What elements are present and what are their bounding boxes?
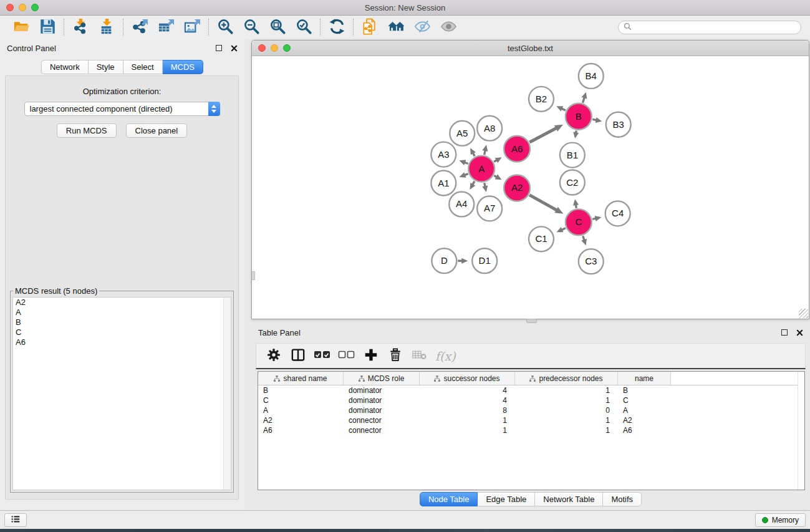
table-row[interactable]: A2connector11A2: [258, 415, 804, 425]
network-doc-button[interactable]: [359, 17, 380, 37]
table-cell[interactable]: connector: [344, 416, 420, 425]
column-header-MCDS-role[interactable]: MCDS role: [344, 372, 420, 385]
table-close-panel-icon[interactable]: [796, 329, 803, 336]
task-history-button[interactable]: [4, 513, 27, 527]
refresh-button[interactable]: [326, 17, 347, 37]
close-panel-icon[interactable]: [230, 44, 238, 52]
table-cell[interactable]: 4: [420, 396, 515, 405]
graph-node-C3[interactable]: C3: [579, 249, 604, 274]
search-field[interactable]: [618, 21, 801, 34]
run-mcds-button[interactable]: Run MCDS: [57, 123, 117, 138]
table-cell[interactable]: A2: [258, 416, 344, 425]
table-plus-button[interactable]: [359, 344, 383, 368]
graph-node-D1[interactable]: D1: [472, 248, 497, 273]
table-tab-node-table[interactable]: Node Table: [420, 492, 478, 506]
table-cell[interactable]: 1: [515, 416, 618, 425]
mcds-result-item[interactable]: A: [13, 307, 231, 317]
table-cell[interactable]: dominator: [344, 396, 420, 405]
table-cell[interactable]: B: [618, 386, 671, 395]
memory-button[interactable]: Memory: [755, 513, 806, 527]
table-cell[interactable]: 8: [420, 406, 515, 415]
network-zoom-button[interactable]: [283, 44, 291, 52]
mcds-result-item[interactable]: A2: [13, 297, 231, 307]
close-panel-button[interactable]: Close panel: [126, 123, 188, 138]
graph-node-A5[interactable]: A5: [450, 121, 475, 146]
table-tab-edge-table[interactable]: Edge Table: [478, 492, 535, 506]
graph-node-B2[interactable]: B2: [529, 87, 554, 112]
import-network-button[interactable]: [70, 17, 91, 37]
table-cell[interactable]: A: [618, 406, 671, 415]
network-minimize-button[interactable]: [271, 44, 278, 52]
table-float-panel-icon[interactable]: [781, 329, 788, 336]
table-row[interactable]: Adominator80A: [258, 405, 804, 415]
graph-node-A8[interactable]: A8: [477, 116, 502, 141]
table-cell[interactable]: A6: [618, 426, 671, 435]
network-canvas[interactable]: AA1A2A3A4A5A6A7A8BB1B2B3B4CC1C2C3C4DD1: [252, 56, 809, 319]
mcds-result-list[interactable]: A2ABCA6: [12, 297, 231, 490]
graph-node-B3[interactable]: B3: [606, 112, 631, 137]
optimization-criterion-select[interactable]: largest connected component (directed): [24, 102, 220, 116]
table-scrollbar[interactable]: [798, 372, 804, 490]
table-cell[interactable]: 1: [515, 426, 618, 435]
table-cell[interactable]: dominator: [344, 406, 420, 415]
export-image-button[interactable]: [181, 17, 203, 37]
graph-node-B1[interactable]: B1: [560, 143, 585, 168]
column-header-shared-name[interactable]: shared name: [258, 372, 344, 385]
result-scrollbar[interactable]: [223, 297, 231, 490]
table-cell[interactable]: C: [258, 396, 344, 405]
graph-node-C2[interactable]: C2: [560, 170, 585, 195]
table-columns-button[interactable]: [286, 344, 310, 368]
graph-node-A6[interactable]: A6: [504, 136, 530, 162]
table-cell[interactable]: 1: [420, 416, 515, 425]
zoom-fit-button[interactable]: [267, 17, 288, 37]
zoom-out-button[interactable]: [241, 17, 262, 37]
table-cell[interactable]: 4: [420, 386, 515, 395]
splitter-handle[interactable]: [526, 319, 537, 323]
home-button[interactable]: [385, 17, 407, 37]
mcds-result-item[interactable]: C: [13, 327, 231, 337]
table-cell[interactable]: A6: [258, 426, 344, 435]
tab-mcds[interactable]: MCDS: [163, 60, 203, 74]
zoom-in-button[interactable]: [215, 17, 236, 37]
eye-button[interactable]: [438, 17, 459, 37]
table-check-pair-button[interactable]: [310, 344, 334, 368]
export-table-button[interactable]: [155, 17, 176, 37]
table-row[interactable]: Bdominator41B: [258, 385, 804, 395]
tab-style[interactable]: Style: [89, 60, 123, 74]
table-cell[interactable]: A2: [618, 416, 671, 425]
table-cell[interactable]: B: [258, 386, 344, 395]
zoom-selected-button[interactable]: [293, 17, 314, 37]
graph-node-C[interactable]: C: [566, 209, 592, 235]
tab-select[interactable]: Select: [123, 60, 163, 74]
table-trash-button[interactable]: [383, 344, 407, 368]
search-input[interactable]: [635, 22, 796, 32]
minimize-window-button[interactable]: [19, 4, 26, 11]
table-cell[interactable]: 1: [515, 386, 618, 395]
network-close-button[interactable]: [258, 44, 266, 52]
table-cell[interactable]: connector: [344, 426, 420, 435]
graph-node-B4[interactable]: B4: [579, 64, 604, 89]
graph-node-D[interactable]: D: [432, 248, 456, 273]
table-cell[interactable]: 1: [515, 396, 618, 405]
column-header-name[interactable]: name: [618, 372, 671, 385]
save-button[interactable]: [37, 17, 58, 37]
open-folder-button[interactable]: [11, 17, 32, 37]
table-cell[interactable]: dominator: [344, 386, 420, 395]
graph-node-A[interactable]: A: [468, 156, 494, 182]
close-window-button[interactable]: [6, 4, 14, 11]
table-row[interactable]: A6connector11A6: [258, 425, 804, 435]
table-cell[interactable]: 1: [420, 426, 515, 435]
column-header-successor-nodes[interactable]: successor nodes: [420, 372, 515, 385]
mcds-result-item[interactable]: A6: [13, 337, 231, 347]
export-network-button[interactable]: [129, 17, 150, 37]
graph-node-C4[interactable]: C4: [605, 201, 630, 226]
table-tab-motifs[interactable]: Motifs: [603, 492, 642, 506]
table-row[interactable]: Cdominator41C: [258, 395, 804, 405]
graph-node-A1[interactable]: A1: [431, 171, 456, 196]
column-header-predecessor-nodes[interactable]: predecessor nodes: [515, 372, 618, 385]
table-cell[interactable]: A: [258, 406, 344, 415]
zoom-window-button[interactable]: [31, 4, 39, 11]
table-tab-network-table[interactable]: Network Table: [535, 492, 603, 506]
eye-slash-button[interactable]: [412, 17, 433, 37]
table-gear-button[interactable]: [261, 344, 286, 368]
